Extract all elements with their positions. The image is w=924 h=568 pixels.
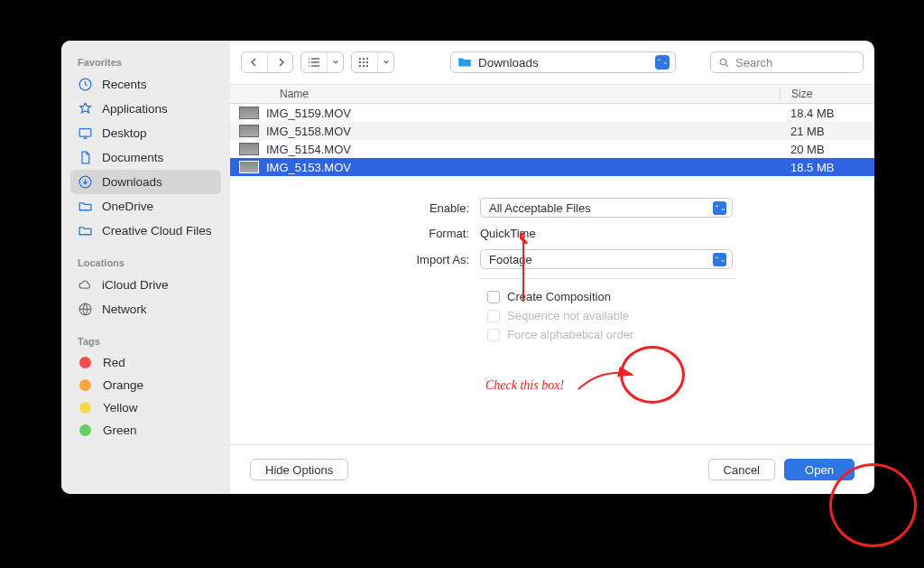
- svg-rect-8: [363, 61, 365, 63]
- sidebar-item-documents[interactable]: Documents: [70, 145, 221, 170]
- file-size: 21 MB: [780, 125, 874, 138]
- format-value: QuickTime: [480, 227, 536, 240]
- tag-dot-icon: [79, 357, 91, 368]
- view-grid-dropdown[interactable]: [351, 51, 394, 73]
- tag-dot-icon: [79, 379, 91, 391]
- sidebar-item-icloud[interactable]: iCloud Drive: [70, 273, 221, 297]
- sidebar-item-applications[interactable]: Applications: [70, 97, 221, 121]
- sidebar-item-label: iCloud Drive: [102, 278, 169, 292]
- checkbox-label: Sequence not available: [507, 309, 629, 322]
- sidebar-section-favorites: Favorites: [70, 53, 221, 72]
- folder-icon: [457, 54, 473, 70]
- svg-rect-11: [363, 65, 365, 67]
- format-label: Format:: [379, 227, 469, 240]
- file-size: 20 MB: [780, 143, 874, 156]
- main-panel: Downloads ⌃⌄ Search Name Size IMG_5159.M…: [230, 41, 874, 494]
- folder-dropdown[interactable]: Downloads ⌃⌄: [450, 51, 676, 73]
- folder-icon: [78, 199, 93, 214]
- sidebar-item-label: Downloads: [102, 175, 162, 189]
- column-header: Name Size: [230, 84, 874, 104]
- sidebar-item-creative-cloud[interactable]: Creative Cloud Files: [70, 219, 221, 243]
- hide-options-button[interactable]: Hide Options: [250, 459, 348, 480]
- file-list: IMG_5159.MOV 18.4 MB IMG_5158.MOV 21 MB …: [230, 104, 874, 176]
- file-open-dialog: Favorites Recents Applications Desktop D…: [61, 41, 874, 494]
- sidebar-tag-yellow[interactable]: Yellow: [70, 396, 221, 419]
- network-icon: [78, 302, 93, 317]
- sidebar-item-label: Red: [103, 356, 125, 369]
- list-view-icon: [301, 52, 327, 72]
- video-thumbnail-icon: [239, 107, 259, 119]
- sidebar-tag-green[interactable]: Green: [70, 419, 221, 442]
- sidebar-item-label: Orange: [103, 378, 143, 392]
- folder-name: Downloads: [478, 56, 655, 70]
- toolbar: Downloads ⌃⌄ Search: [230, 41, 874, 84]
- enable-value: All Acceptable Files: [489, 201, 713, 215]
- chevron-down-icon: [327, 52, 343, 72]
- sidebar-item-label: Creative Cloud Files: [102, 224, 212, 237]
- enable-select[interactable]: All Acceptable Files ⌃⌄: [480, 198, 733, 218]
- sidebar-item-onedrive[interactable]: OneDrive: [70, 194, 221, 219]
- updown-caret-icon: ⌃⌄: [713, 253, 726, 266]
- sidebar-item-label: Yellow: [103, 401, 138, 414]
- annotation-arrow-icon: [575, 364, 638, 400]
- nav-back-forward: [241, 51, 293, 73]
- open-button[interactable]: Open: [784, 459, 855, 480]
- file-name: IMG_5154.MOV: [266, 143, 780, 156]
- sequence-checkbox-disabled: Sequence not available: [487, 309, 847, 322]
- clock-icon: [78, 77, 93, 92]
- desktop-icon: [78, 126, 93, 141]
- svg-rect-1: [79, 129, 91, 137]
- column-size[interactable]: Size: [780, 88, 874, 100]
- cancel-button[interactable]: Cancel: [708, 459, 775, 480]
- updown-caret-icon: ⌃⌄: [713, 201, 726, 215]
- back-button[interactable]: [242, 52, 267, 72]
- file-row[interactable]: IMG_5158.MOV 21 MB: [230, 122, 874, 140]
- sidebar: Favorites Recents Applications Desktop D…: [61, 41, 230, 494]
- sidebar-item-label: OneDrive: [102, 200, 153, 213]
- file-name: IMG_5153.MOV: [266, 161, 780, 174]
- import-options: Enable: All Acceptable Files ⌃⌄ Format: …: [230, 176, 874, 356]
- sidebar-section-tags: Tags: [70, 332, 221, 351]
- checkbox-label: Create Composition: [507, 290, 611, 303]
- checkbox-icon: [487, 310, 500, 322]
- force-alpha-checkbox-disabled: Force alphabetical order: [487, 328, 847, 341]
- import-as-select[interactable]: Footage ⌃⌄: [480, 249, 733, 269]
- sidebar-item-recents[interactable]: Recents: [70, 72, 221, 97]
- video-thumbnail-icon: [239, 143, 259, 155]
- svg-rect-6: [366, 58, 368, 60]
- video-thumbnail-icon: [239, 161, 259, 173]
- checkbox-label: Force alphabetical order: [507, 328, 633, 341]
- document-icon: [78, 150, 93, 165]
- sidebar-item-label: Recents: [102, 78, 147, 91]
- checkbox-icon: [487, 291, 500, 303]
- checkbox-icon: [487, 329, 500, 341]
- file-name: IMG_5159.MOV: [266, 107, 780, 120]
- sidebar-item-label: Applications: [102, 102, 168, 116]
- svg-rect-4: [359, 58, 361, 60]
- view-list-dropdown[interactable]: [300, 51, 344, 73]
- enable-label: Enable:: [379, 201, 469, 215]
- sidebar-tag-red[interactable]: Red: [70, 351, 221, 374]
- svg-rect-7: [359, 61, 361, 63]
- file-row[interactable]: IMG_5159.MOV 18.4 MB: [230, 104, 874, 122]
- file-name: IMG_5158.MOV: [266, 125, 780, 138]
- applications-icon: [78, 101, 93, 116]
- sidebar-section-locations: Locations: [70, 254, 221, 273]
- sidebar-item-network[interactable]: Network: [70, 297, 221, 321]
- file-row-selected[interactable]: IMG_5153.MOV 18.5 MB: [230, 158, 874, 176]
- video-thumbnail-icon: [239, 125, 259, 137]
- column-name[interactable]: Name: [230, 88, 780, 100]
- file-row[interactable]: IMG_5154.MOV 20 MB: [230, 140, 874, 158]
- sidebar-item-downloads[interactable]: Downloads: [70, 170, 221, 194]
- dialog-footer: Hide Options Cancel Open: [230, 444, 874, 494]
- search-input[interactable]: Search: [710, 51, 864, 73]
- forward-button[interactable]: [267, 52, 292, 72]
- svg-rect-12: [366, 65, 368, 67]
- import-as-value: Footage: [489, 253, 713, 266]
- sidebar-item-desktop[interactable]: Desktop: [70, 121, 221, 145]
- sidebar-item-label: Network: [102, 303, 147, 316]
- sidebar-tag-orange[interactable]: Orange: [70, 374, 221, 396]
- tag-dot-icon: [79, 402, 91, 414]
- create-composition-checkbox[interactable]: Create Composition: [487, 290, 847, 303]
- file-size: 18.5 MB: [780, 161, 874, 174]
